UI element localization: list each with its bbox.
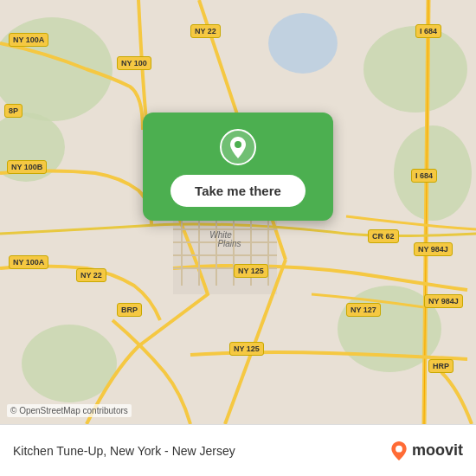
- take-me-there-button[interactable]: Take me there: [170, 175, 306, 207]
- destination-text: Kitchen Tune-Up, New York - New Jersey: [13, 444, 389, 458]
- bottom-bar: Kitchen Tune-Up, New York - New Jersey m…: [0, 424, 476, 476]
- road-label-ny984j-1: NY 984J: [414, 242, 453, 256]
- road-label-ny22-2: NY 22: [76, 268, 106, 282]
- road-label-ny125-1: NY 125: [234, 264, 268, 278]
- road-label-ny22-1: NY 22: [190, 24, 221, 38]
- road-label-ny984j-2: NY 984J: [424, 294, 463, 308]
- road-label-cr62: CR 62: [368, 229, 399, 243]
- road-label-i684-1: I 684: [415, 24, 441, 38]
- location-pin-icon: [219, 128, 257, 166]
- svg-point-27: [235, 141, 241, 148]
- moovit-pin-icon: [389, 441, 408, 460]
- svg-point-28: [396, 445, 402, 452]
- svg-point-6: [22, 325, 117, 402]
- svg-point-7: [268, 13, 338, 74]
- svg-point-3: [363, 26, 467, 113]
- road-label-ny125-2: NY 125: [229, 342, 264, 356]
- road-label-i684-2: I 684: [411, 169, 437, 183]
- road-label-brp: BRP: [117, 303, 142, 317]
- road-label-8p: 8P: [4, 104, 23, 118]
- road-label-ny100a-1: NY 100A: [9, 33, 48, 47]
- road-label-ny100b: NY 100B: [7, 160, 47, 174]
- navigation-card: Take me there: [143, 113, 333, 221]
- moovit-brand-text: moovit: [412, 441, 463, 460]
- svg-text:Plains: Plains: [217, 239, 241, 248]
- moovit-logo: moovit: [389, 441, 463, 460]
- road-label-ny127: NY 127: [346, 303, 381, 317]
- road-label-hrp: HRP: [428, 359, 453, 373]
- copyright-text: © OpenStreetMap contributors: [7, 404, 132, 417]
- road-label-ny100: NY 100: [117, 56, 151, 70]
- road-label-ny100a-2: NY 100A: [9, 255, 48, 269]
